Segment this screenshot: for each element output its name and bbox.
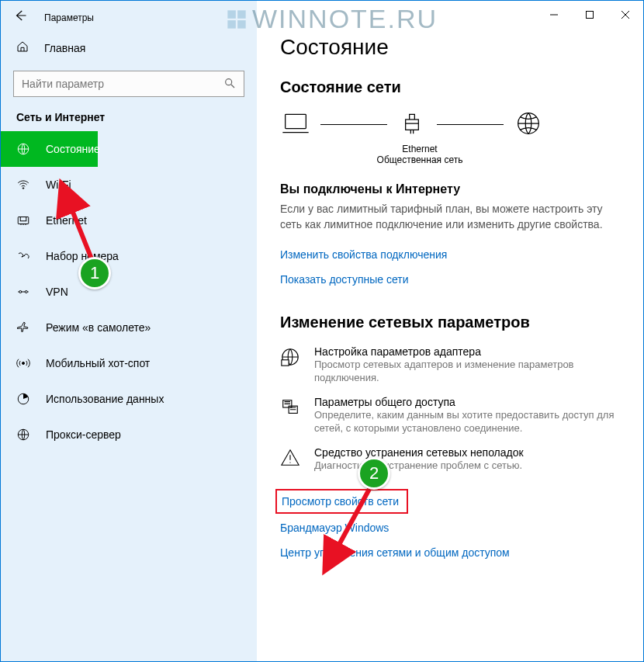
maximize-button[interactable] bbox=[572, 2, 608, 27]
sidebar-item-proxy[interactable]: Прокси-сервер bbox=[1, 417, 257, 452]
row-title: Параметры общего доступа bbox=[314, 396, 620, 408]
row-desc: Просмотр сетевых адаптеров и изменение п… bbox=[314, 358, 620, 385]
sidebar: Параметры Главная Сеть и Интернет Состоя… bbox=[1, 1, 257, 661]
sidebar-item-label: Ethernet bbox=[46, 214, 87, 227]
back-button[interactable] bbox=[13, 9, 27, 26]
connected-text: Если у вас лимитный тарифный план, вы мо… bbox=[280, 201, 620, 233]
window-title: Параметры bbox=[44, 12, 94, 23]
sidebar-item-label: Использование данных bbox=[46, 393, 164, 405]
search-box[interactable] bbox=[13, 71, 244, 97]
laptop-icon bbox=[280, 110, 311, 139]
link-connection-properties[interactable]: Изменить свойства подключения bbox=[280, 248, 447, 261]
setting-row-troubleshoot[interactable]: Средство устранения сетевых неполадок Ди… bbox=[280, 446, 620, 473]
svg-rect-10 bbox=[587, 12, 594, 19]
svg-point-2 bbox=[23, 188, 24, 189]
hotspot-icon bbox=[16, 356, 30, 370]
network-diagram bbox=[280, 110, 620, 139]
sidebar-item-label: Wi-Fi bbox=[46, 178, 71, 191]
svg-point-7 bbox=[23, 362, 25, 365]
svg-rect-11 bbox=[286, 114, 306, 128]
globe-icon bbox=[16, 142, 30, 156]
globe-large-icon bbox=[513, 110, 544, 139]
sidebar-item-airplane[interactable]: Режим «в самолете» bbox=[1, 310, 257, 345]
home-icon bbox=[16, 40, 29, 55]
close-button[interactable] bbox=[608, 2, 643, 27]
diagram-caption: Ethernet Общественная сеть bbox=[280, 144, 559, 165]
sidebar-home-label: Главная bbox=[44, 42, 85, 54]
svg-point-0 bbox=[226, 78, 232, 85]
svg-point-5 bbox=[19, 291, 22, 293]
page-heading: Состояние bbox=[280, 35, 620, 60]
dialup-icon bbox=[16, 249, 30, 263]
router-icon bbox=[396, 110, 428, 139]
row-title: Средство устранения сетевых неполадок bbox=[314, 446, 524, 459]
main-panel: Состояние Состояние сети Ethernet Общест… bbox=[257, 1, 643, 661]
link-firewall[interactable]: Брандмауэр Windows bbox=[280, 522, 389, 534]
titlebar-left: Параметры bbox=[1, 1, 257, 33]
sidebar-item-label: Прокси-сервер bbox=[46, 428, 121, 441]
link-view-properties[interactable]: Просмотр свойств сети bbox=[282, 495, 399, 508]
row-title: Настройка параметров адаптера bbox=[314, 345, 620, 358]
status-heading: Состояние сети bbox=[280, 78, 620, 96]
sidebar-section-header: Сеть и Интернет bbox=[1, 111, 257, 131]
sidebar-item-label: Режим «в самолете» bbox=[46, 321, 151, 334]
row-desc: Определите, каким данным вы хотите предо… bbox=[314, 408, 620, 435]
sidebar-item-ethernet[interactable]: Ethernet bbox=[1, 203, 257, 238]
row-desc: Диагностика и устранение проблем с сетью… bbox=[314, 459, 524, 473]
sidebar-item-hotspot[interactable]: Мобильный хот-спот bbox=[1, 345, 257, 381]
annotation-badge-2: 2 bbox=[358, 457, 390, 490]
search-input[interactable] bbox=[22, 78, 223, 90]
sidebar-item-label: Состояние bbox=[46, 143, 100, 155]
svg-point-6 bbox=[25, 291, 27, 293]
sidebar-item-dialup[interactable]: Набор номера bbox=[1, 238, 257, 274]
sharing-icon bbox=[280, 396, 302, 420]
minimize-button[interactable] bbox=[536, 2, 572, 27]
svg-rect-12 bbox=[406, 120, 419, 130]
titlebar-right bbox=[257, 1, 643, 29]
setting-row-sharing[interactable]: Параметры общего доступа Определите, как… bbox=[280, 396, 620, 435]
sidebar-item-wifi[interactable]: Wi-Fi bbox=[1, 167, 257, 203]
vpn-icon bbox=[16, 285, 30, 299]
annotation-badge-1: 1 bbox=[78, 257, 111, 289]
airplane-icon bbox=[16, 321, 30, 334]
link-available-networks[interactable]: Показать доступные сети bbox=[280, 273, 409, 286]
sidebar-item-label: Мобильный хот-спот bbox=[46, 357, 150, 369]
ethernet-icon bbox=[16, 213, 30, 227]
sidebar-item-status[interactable]: Состояние bbox=[1, 131, 98, 167]
link-sharing-center[interactable]: Центр управления сетями и общим доступом bbox=[280, 546, 510, 559]
diagram-line bbox=[437, 124, 504, 125]
wifi-icon bbox=[16, 178, 30, 192]
setting-row-adapter[interactable]: Настройка параметров адаптера Просмотр с… bbox=[280, 345, 620, 385]
sidebar-home[interactable]: Главная bbox=[1, 33, 257, 63]
sidebar-item-vpn[interactable]: VPN bbox=[1, 274, 257, 310]
change-settings-heading: Изменение сетевых параметров bbox=[280, 314, 620, 331]
svg-rect-3 bbox=[18, 217, 29, 224]
svg-rect-15 bbox=[282, 359, 289, 365]
datausage-icon bbox=[16, 392, 30, 406]
diagram-line bbox=[320, 124, 387, 125]
svg-rect-4 bbox=[20, 217, 26, 221]
sidebar-item-label: Набор номера bbox=[46, 250, 119, 262]
connected-title: Вы подключены к Интернету bbox=[280, 182, 620, 196]
proxy-icon bbox=[16, 428, 30, 442]
sidebar-item-label: VPN bbox=[46, 286, 68, 298]
warning-icon bbox=[280, 446, 302, 470]
sidebar-nav: Состояние Wi-Fi Ethernet Набор номера VP… bbox=[1, 131, 257, 452]
search-icon bbox=[223, 77, 236, 92]
adapter-icon bbox=[280, 345, 302, 369]
sidebar-item-datausage[interactable]: Использование данных bbox=[1, 381, 257, 417]
